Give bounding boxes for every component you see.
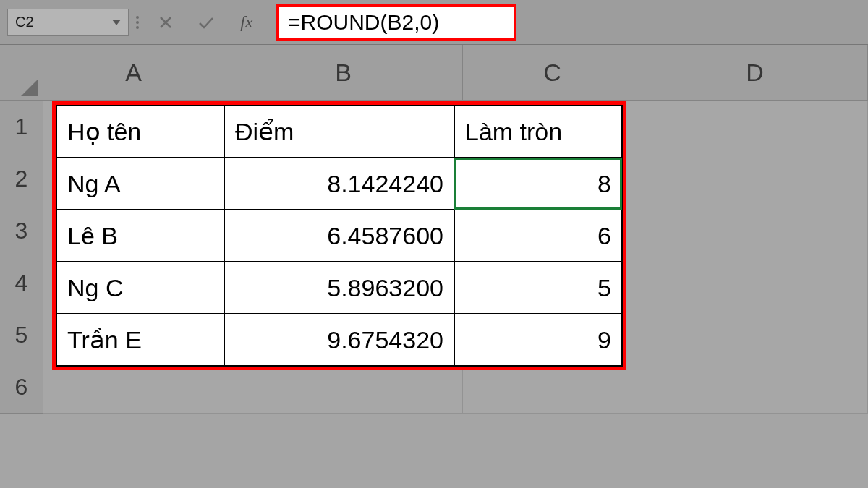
name-box-value: C2: [15, 14, 34, 30]
cell-d4[interactable]: [642, 257, 868, 309]
name-box[interactable]: C2: [7, 9, 129, 36]
insert-function-button[interactable]: fx: [230, 9, 263, 36]
column-header-a[interactable]: A: [43, 45, 224, 101]
cell-d2[interactable]: [642, 153, 868, 205]
cell-round[interactable]: 9: [454, 314, 622, 366]
row-header-6[interactable]: 6: [0, 361, 43, 414]
cell-name[interactable]: Ng A: [56, 158, 224, 210]
cell-score[interactable]: 8.1424240: [224, 158, 454, 210]
header-name[interactable]: Họ tên: [56, 106, 224, 158]
formula-highlight: =ROUND(B2,0): [276, 4, 516, 41]
column-header-d[interactable]: D: [642, 45, 868, 101]
row-header-4[interactable]: 4: [0, 257, 43, 309]
cell-round[interactable]: 6: [454, 210, 622, 262]
column-header-b[interactable]: B: [224, 45, 463, 101]
column-headers: A B C D: [0, 45, 868, 101]
table-row: Lê B 6.4587600 6: [56, 210, 622, 262]
cell-name[interactable]: Lê B: [56, 210, 224, 262]
cell-score[interactable]: 5.8963200: [224, 262, 454, 314]
separator-dots-icon: [136, 11, 142, 34]
cell-score[interactable]: 6.4587600: [224, 210, 454, 262]
row-header-5[interactable]: 5: [0, 309, 43, 361]
cell-d3[interactable]: [642, 205, 868, 257]
data-table-highlight: Họ tên Điểm Làm tròn Ng A 8.1424240 8 Lê…: [52, 101, 626, 370]
column-header-c[interactable]: C: [463, 45, 642, 101]
cell-round[interactable]: 5: [454, 262, 622, 314]
table-row: Ng C 5.8963200 5: [56, 262, 622, 314]
formula-input[interactable]: =ROUND(B2,0): [281, 8, 512, 37]
cell-d5[interactable]: [642, 309, 868, 361]
spreadsheet-grid[interactable]: A B C D 1 2 3 4 5 6: [0, 45, 868, 488]
row-header-2[interactable]: 2: [0, 153, 43, 205]
table-header-row: Họ tên Điểm Làm tròn: [56, 106, 622, 158]
cell-name[interactable]: Ng C: [56, 262, 224, 314]
table-row: Trần E 9.6754320 9: [56, 314, 622, 366]
row-header-3[interactable]: 3: [0, 205, 43, 257]
fx-icon: fx: [240, 12, 252, 32]
chevron-down-icon[interactable]: [112, 20, 121, 25]
cell-d6[interactable]: [642, 361, 868, 414]
header-score[interactable]: Điểm: [224, 106, 454, 158]
confirm-formula-button[interactable]: [190, 9, 223, 36]
cancel-formula-button[interactable]: [149, 9, 182, 36]
select-all-corner[interactable]: [0, 45, 43, 101]
cell-score[interactable]: 9.6754320: [224, 314, 454, 366]
cell-name[interactable]: Trần E: [56, 314, 224, 366]
cell-round-active[interactable]: 8: [454, 158, 622, 210]
formula-text: =ROUND(B2,0): [288, 10, 439, 35]
row-header-1[interactable]: 1: [0, 101, 43, 153]
cell-d1[interactable]: [642, 101, 868, 153]
formula-bar: C2 fx =ROUND(B2,0): [0, 0, 868, 45]
header-round[interactable]: Làm tròn: [454, 106, 622, 158]
data-table: Họ tên Điểm Làm tròn Ng A 8.1424240 8 Lê…: [56, 105, 623, 367]
table-row: Ng A 8.1424240 8: [56, 158, 622, 210]
